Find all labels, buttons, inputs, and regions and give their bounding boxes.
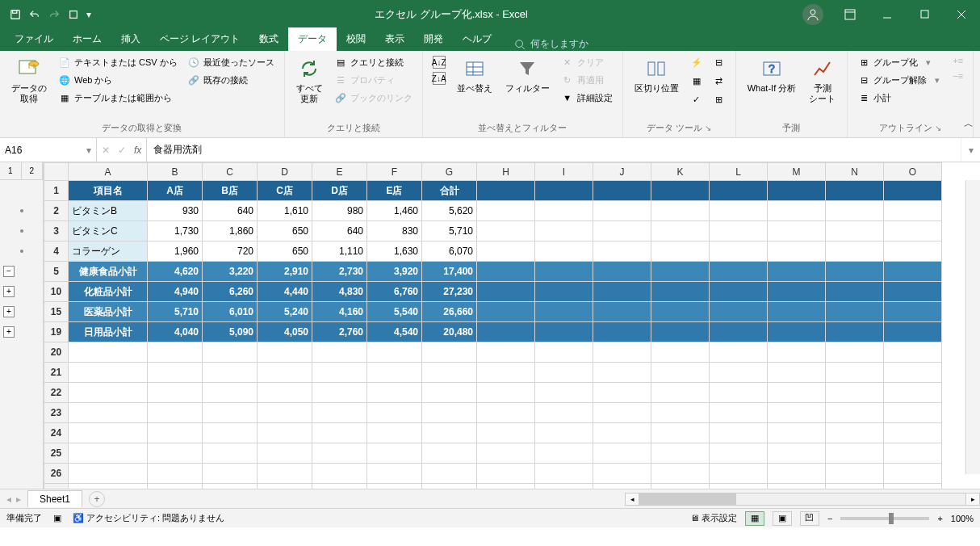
cell[interactable] [651, 181, 710, 201]
subtotal-button[interactable]: ≣小計 [854, 90, 943, 106]
tab-ヘルプ[interactable]: ヘルプ [453, 27, 501, 51]
cell[interactable]: 項目名 [69, 181, 148, 201]
worksheet-grid[interactable]: ABCDEFGHIJKLMNO1項目名A店B店C店D店E店合計2ビタミンB930… [44, 162, 980, 489]
cell[interactable] [477, 484, 535, 489]
properties-button[interactable]: ☰プロパティ [331, 72, 416, 88]
normal-view-button[interactable]: ▦ [745, 511, 764, 526]
zoom-level[interactable]: 100% [951, 514, 974, 523]
cell[interactable] [768, 423, 826, 443]
tab-挿入[interactable]: 挿入 [111, 27, 150, 51]
row-header-21[interactable]: 21 [44, 363, 69, 383]
cell[interactable] [768, 443, 826, 464]
cell[interactable] [884, 464, 942, 484]
cell[interactable]: 合計 [422, 181, 477, 201]
cell[interactable]: 1,860 [203, 221, 258, 242]
cell[interactable]: 5,710 [148, 302, 203, 322]
cell[interactable] [477, 363, 535, 383]
close-button[interactable] [943, 0, 980, 28]
cell[interactable] [312, 342, 367, 363]
cell[interactable]: 6,010 [203, 302, 258, 322]
whatif-button[interactable]: ? What-If 分析 [743, 54, 802, 95]
cell[interactable] [477, 302, 535, 322]
ribbon-options-icon[interactable] [831, 0, 869, 28]
cell[interactable] [148, 464, 203, 484]
data-model-button[interactable]: ⊞ [710, 91, 729, 107]
cell[interactable]: 6,260 [203, 282, 258, 302]
cell[interactable] [651, 242, 710, 262]
cell[interactable]: 3,920 [367, 262, 422, 282]
row-header-27[interactable]: 27 [44, 484, 69, 489]
dialog-launcher-icon[interactable]: ↘ [935, 124, 941, 132]
cell[interactable] [710, 302, 768, 322]
cell[interactable] [710, 242, 768, 262]
cell[interactable] [69, 464, 148, 484]
consolidate-button[interactable]: ⊟ [710, 54, 729, 70]
sort-az-button[interactable]: A↓Z [429, 54, 449, 70]
cell[interactable] [258, 363, 312, 383]
cell[interactable] [312, 403, 367, 423]
cell[interactable] [651, 484, 710, 489]
cell[interactable]: 4,050 [258, 322, 312, 342]
row-header-3[interactable]: 3 [44, 221, 69, 242]
cell[interactable] [651, 221, 710, 242]
cell[interactable]: ビタミンB [69, 201, 148, 221]
col-header-B[interactable]: B [148, 163, 203, 181]
cell[interactable] [367, 443, 422, 464]
cell[interactable] [884, 363, 942, 383]
cell[interactable] [535, 282, 593, 302]
cell[interactable] [69, 363, 148, 383]
cell[interactable] [258, 403, 312, 423]
cell[interactable]: 日用品小計 [69, 322, 148, 342]
cell[interactable]: 2,760 [312, 322, 367, 342]
dialog-launcher-icon[interactable]: ↘ [705, 124, 711, 132]
insert-function-icon[interactable]: fx [134, 145, 141, 156]
cell[interactable] [535, 242, 593, 262]
collapse-ribbon-icon[interactable]: ︿ [964, 117, 974, 131]
cell[interactable] [884, 403, 942, 423]
cell[interactable] [148, 484, 203, 489]
cell[interactable] [593, 423, 651, 443]
cell[interactable] [768, 181, 826, 201]
cell[interactable] [884, 242, 942, 262]
row-header-24[interactable]: 24 [44, 423, 69, 443]
enter-formula-icon[interactable]: ✓ [118, 145, 126, 156]
tab-開発[interactable]: 開発 [414, 27, 453, 51]
cell[interactable] [593, 221, 651, 242]
row-header-26[interactable]: 26 [44, 464, 69, 484]
cell[interactable] [593, 464, 651, 484]
page-layout-view-button[interactable]: ▣ [773, 511, 792, 526]
horizontal-scrollbar[interactable]: ◂ ▸ [625, 493, 980, 506]
cell[interactable] [422, 423, 477, 443]
cell[interactable] [710, 423, 768, 443]
cell[interactable] [148, 443, 203, 464]
cell[interactable] [884, 201, 942, 221]
select-all-cell[interactable] [44, 163, 69, 181]
qat-customize-icon[interactable]: ▾ [84, 6, 94, 23]
data-validation-button[interactable]: ✓ [687, 91, 706, 107]
cell[interactable] [884, 322, 942, 342]
cell[interactable]: 医薬品小計 [69, 302, 148, 322]
cell[interactable] [535, 302, 593, 322]
cell[interactable] [884, 221, 942, 242]
zoom-in-button[interactable]: + [937, 514, 942, 523]
cell[interactable]: B店 [203, 181, 258, 201]
cell[interactable]: 4,440 [258, 282, 312, 302]
cell[interactable] [651, 403, 710, 423]
cell[interactable] [312, 383, 367, 403]
cell[interactable] [651, 464, 710, 484]
zoom-slider[interactable] [840, 517, 929, 520]
clear-filter-button[interactable]: ✕クリア [558, 54, 616, 70]
maximize-button[interactable] [906, 0, 943, 28]
cell[interactable] [651, 322, 710, 342]
macro-record-icon[interactable]: ▣ [53, 513, 61, 523]
advanced-filter-button[interactable]: ▼詳細設定 [558, 90, 616, 106]
cell[interactable] [884, 443, 942, 464]
cell[interactable] [477, 383, 535, 403]
queries-button[interactable]: ▤クエリと接続 [331, 54, 416, 70]
cell[interactable]: 980 [312, 201, 367, 221]
tab-ファイル[interactable]: ファイル [5, 27, 63, 51]
hide-detail-button[interactable]: −≡ [949, 69, 966, 82]
cell[interactable] [535, 221, 593, 242]
cell[interactable] [312, 443, 367, 464]
flash-fill-button[interactable]: ⚡ [687, 54, 706, 70]
